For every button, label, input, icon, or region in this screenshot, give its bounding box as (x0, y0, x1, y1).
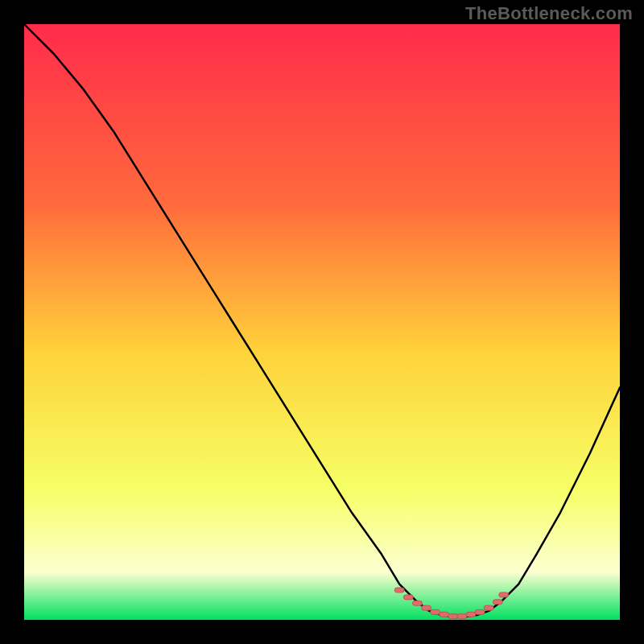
optimal-marker (457, 614, 467, 619)
watermark-text: TheBottleneck.com (465, 3, 633, 24)
optimal-marker (440, 612, 449, 617)
optimal-marker (403, 595, 413, 600)
optimal-marker (475, 609, 485, 614)
optimal-marker (466, 612, 476, 617)
optimal-marker (499, 592, 509, 597)
plot-area (24, 24, 620, 620)
optimal-marker (422, 605, 431, 610)
optimal-marker (412, 601, 422, 605)
optimal-marker (484, 605, 493, 610)
bottleneck-chart (24, 24, 620, 620)
optimal-marker (431, 609, 440, 614)
gradient-bg (24, 24, 620, 620)
optimal-marker (448, 614, 458, 619)
page-root: TheBottleneck.com (0, 0, 644, 644)
optimal-marker (394, 588, 404, 592)
optimal-marker (493, 600, 502, 605)
